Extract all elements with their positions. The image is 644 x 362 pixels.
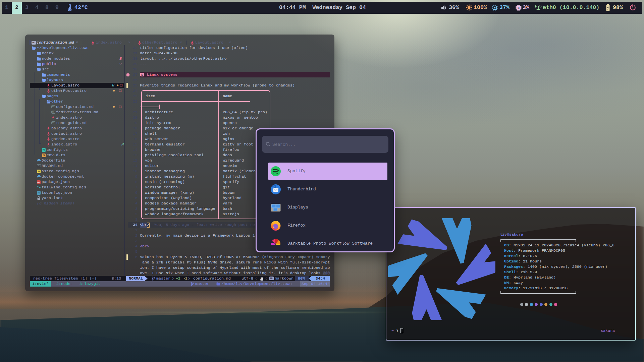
svg-text:M: M [518,7,519,9]
